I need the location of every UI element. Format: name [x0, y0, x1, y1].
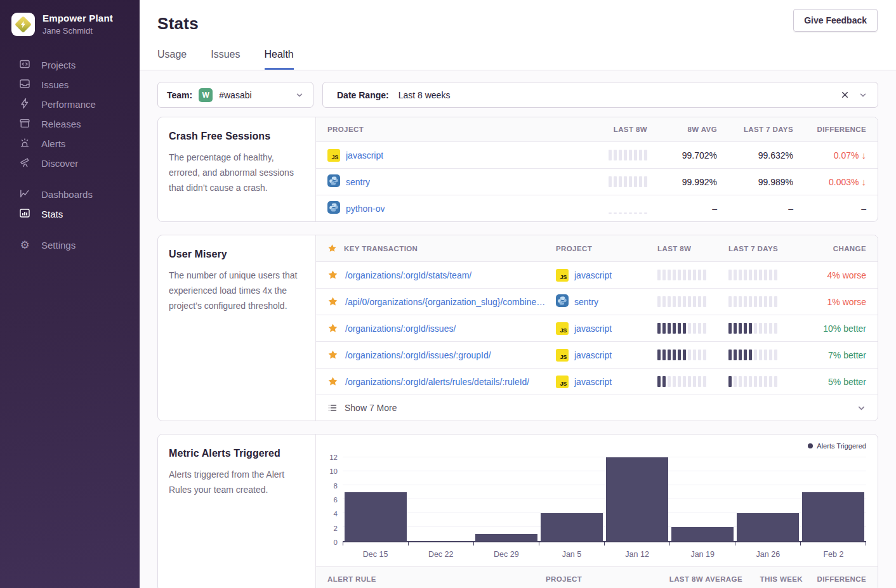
discover-icon [19, 157, 30, 170]
page-header: Stats Give Feedback Usage Issues Health [140, 0, 896, 70]
sidebar-item-label: Dashboards [41, 189, 93, 200]
avg-8w-value: – [712, 204, 717, 214]
filter-bar: Team: W #wasabi Date Range: Last 8 weeks [157, 82, 878, 108]
transaction-link[interactable]: /organizations/:orgId/alerts/rules/detai… [345, 377, 529, 387]
table-row: /organizations/:orgId/alerts/rules/detai… [316, 368, 878, 395]
project-link[interactable]: javascript [574, 270, 612, 280]
sidebar-item-alerts[interactable]: Alerts [0, 134, 140, 154]
sidebar-item-issues[interactable]: Issues [0, 75, 140, 95]
user-misery-panel: User Misery The number of unique users t… [157, 235, 878, 421]
avg-8w-value: 99.702% [682, 150, 717, 160]
clear-date-range-button[interactable] [838, 88, 852, 102]
metric-alerts-panel: Metric Alerts Triggered Alerts triggered… [157, 434, 878, 588]
projects-icon [19, 58, 30, 72]
change-value: 1% worse [827, 297, 866, 307]
tab-issues[interactable]: Issues [211, 49, 240, 70]
sidebar-item-label: Projects [41, 60, 76, 70]
team-select[interactable]: Team: W #wasabi [157, 82, 313, 108]
sparkline-bars [728, 323, 800, 334]
change-value: 7% better [828, 350, 866, 360]
key-transaction-star-toggle[interactable] [327, 323, 338, 334]
project-link[interactable]: javascript [346, 150, 383, 160]
transaction-link[interactable]: /organizations/:orgId/issues/ [345, 323, 456, 334]
project-link[interactable]: python-ov [346, 204, 385, 214]
table-row: JS javascript 99.702% 99.632% 0.07%↓ [316, 141, 878, 168]
last-7d-value: 99.989% [758, 177, 793, 187]
panel-description: Alerts triggered from the Alert Rules yo… [169, 467, 305, 497]
arrow-down-icon: ↓ [862, 150, 867, 160]
crash-free-sessions-info: Crash Free Sessions The percentage of he… [158, 117, 316, 221]
sidebar-item-performance[interactable]: Performance [0, 95, 140, 114]
give-feedback-button[interactable]: Give Feedback [793, 9, 878, 32]
chevron-down-icon [859, 91, 867, 100]
sidebar-item-settings[interactable]: ⚙ Settings [0, 235, 140, 255]
chevron-down-icon [295, 91, 304, 100]
show-more-button[interactable]: Show 7 More [316, 395, 878, 421]
panel-title: User Misery [169, 249, 305, 260]
last-7d-value: 99.632% [758, 150, 793, 160]
key-transaction-star-toggle[interactable] [327, 350, 338, 360]
sidebar-item-label: Settings [41, 240, 76, 251]
project-link[interactable]: javascript [574, 377, 612, 387]
tab-health[interactable]: Health [265, 49, 294, 70]
difference-value: –↓ [861, 204, 866, 214]
key-transaction-star-toggle[interactable] [327, 270, 338, 280]
project-link[interactable]: javascript [574, 323, 612, 334]
org-switcher[interactable]: Empower Plant Jane Schmidt [0, 0, 140, 48]
sparkline-bars [657, 296, 728, 307]
sidebar-item-releases[interactable]: Releases [0, 114, 140, 134]
sidebar-item-projects[interactable]: Projects [0, 55, 140, 75]
settings-gear-icon: ⚙ [19, 240, 30, 251]
show-more-label: Show 7 More [345, 403, 397, 413]
tab-usage[interactable]: Usage [157, 49, 187, 70]
table-row: /api/0/organizations/{organization_slug}… [316, 288, 878, 315]
project-link[interactable]: sentry [346, 177, 370, 187]
org-name: Empower Plant [43, 13, 113, 25]
crash-free-sessions-panel: Crash Free Sessions The percentage of he… [157, 117, 878, 222]
sidebar: Empower Plant Jane Schmidt Projects Issu… [0, 0, 140, 588]
javascript-platform-icon: JS [556, 322, 569, 335]
panel-description: The number of unique users that experien… [169, 268, 305, 313]
sidebar-item-label: Issues [41, 79, 69, 90]
table-row: python-ov – – –↓ [316, 195, 878, 221]
star-icon [327, 244, 337, 253]
date-range-select[interactable]: Date Range: Last 8 weeks [322, 82, 878, 108]
legend-dot-icon [808, 443, 813, 448]
chart-y-axis: 024681012 [324, 457, 343, 542]
issues-icon [19, 78, 30, 91]
sidebar-item-discover[interactable]: Discover [0, 154, 140, 173]
alerts-triggered-bar-chart: Alerts Triggered 024681012 Dec 15Dec 22D… [316, 434, 878, 566]
project-link[interactable]: javascript [574, 350, 612, 360]
sparkline-bars [657, 376, 728, 387]
sparkline-bars [728, 296, 800, 307]
sidebar-item-dashboards[interactable]: Dashboards [0, 185, 140, 204]
metric-alerts-info: Metric Alerts Triggered Alerts triggered… [158, 434, 316, 588]
team-label: Team: [167, 90, 192, 100]
table-row: /organizations/:orgId/stats/team/ JSjava… [316, 261, 878, 288]
key-transaction-star-toggle[interactable] [327, 296, 338, 307]
change-value: 4% worse [827, 270, 866, 280]
transaction-link[interactable]: /organizations/:orgId/issues/:groupId/ [345, 350, 491, 360]
key-transaction-star-toggle[interactable] [327, 376, 338, 387]
sparkline-bars [657, 323, 728, 334]
sidebar-item-label: Releases [41, 119, 81, 129]
table-row: /organizations/:orgId/issues/ JSjavascri… [316, 315, 878, 341]
page-title: Stats [157, 14, 878, 34]
transaction-link[interactable]: /organizations/:orgId/stats/team/ [345, 270, 471, 280]
crash-table-header: PROJECT LAST 8W 8W AVG LAST 7 DAYS DIFFE… [316, 117, 878, 141]
date-range-value: Last 8 weeks [399, 90, 451, 100]
list-icon [327, 403, 338, 413]
sidebar-item-label: Discover [41, 158, 78, 169]
sparkline-bars [609, 176, 647, 187]
project-link[interactable]: sentry [574, 297, 598, 307]
panel-description: The percentage of healthy, errored, and … [169, 150, 305, 195]
org-logo-icon [11, 13, 35, 36]
sidebar-item-label: Alerts [41, 138, 65, 149]
sparkline-bars [728, 376, 800, 387]
transaction-link[interactable]: /api/0/organizations/{organization_slug}… [345, 297, 545, 307]
alerts-icon [19, 137, 30, 150]
python-platform-icon [327, 201, 340, 216]
table-row: sentry 99.992% 99.989% 0.003%↓ [316, 168, 878, 195]
sidebar-nav: Projects Issues Performance Releases Ale… [0, 55, 140, 255]
sidebar-item-stats[interactable]: Stats [0, 204, 140, 224]
